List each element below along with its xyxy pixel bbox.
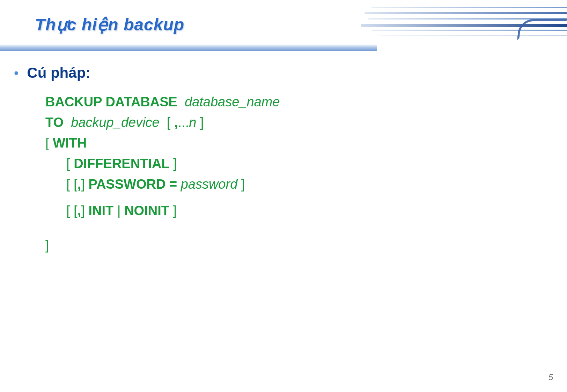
divider-bar xyxy=(0,45,377,51)
bracket-close: ] xyxy=(169,203,177,218)
kw-with: WITH xyxy=(53,136,87,150)
arg-password: password xyxy=(181,177,238,191)
wave-corner xyxy=(517,19,567,40)
kw-backup-database: BACKUP DATABASE xyxy=(45,95,177,109)
bracket-open: [ xyxy=(45,136,53,150)
sep-close: ] xyxy=(196,115,204,130)
kw-noinit: NOINIT xyxy=(124,203,169,218)
comma: , xyxy=(78,203,81,218)
bracket-close-partial: ] xyxy=(81,203,88,218)
wave-line xyxy=(371,7,567,8)
bracket-close-partial: ] xyxy=(81,177,88,191)
kw-to: TO xyxy=(45,115,64,130)
comma: , xyxy=(78,177,81,191)
arg-n: n xyxy=(189,115,196,130)
code-block: BACKUP DATABASE database_name TO backup_… xyxy=(45,92,553,256)
bracket-open: [ [ xyxy=(66,203,78,218)
bullet-item: • Cú pháp: xyxy=(14,65,553,81)
kw-password: PASSWORD = xyxy=(88,177,177,191)
sep-open: [ xyxy=(160,115,174,130)
content-area: • Cú pháp: BACKUP DATABASE database_name… xyxy=(14,65,553,256)
bullet-dot-icon: • xyxy=(14,67,19,80)
code-line-1: BACKUP DATABASE database_name xyxy=(45,92,553,112)
code-line-7: ] xyxy=(45,235,553,256)
arg-backup-device: backup_device xyxy=(71,115,160,130)
space xyxy=(177,177,181,191)
header-decoration xyxy=(358,0,567,49)
bracket-close: ] xyxy=(170,156,177,171)
page-number: 5 xyxy=(548,372,553,382)
code-line-2: TO backup_device [ ,...n ] xyxy=(45,112,553,133)
code-line-3: [ WITH xyxy=(45,133,553,153)
bracket-open: [ [ xyxy=(66,177,78,191)
kw-differential: DIFFERENTIAL xyxy=(74,156,169,171)
code-line-5: [ [,] PASSWORD = password ] xyxy=(45,174,553,195)
code-line-6: [ [,] INIT | NOINIT ] xyxy=(45,201,553,221)
comma: , xyxy=(174,115,178,130)
ellipsis: ... xyxy=(178,115,189,130)
bracket-close: ] xyxy=(237,177,245,191)
bullet-label: Cú pháp: xyxy=(27,65,90,81)
pipe: | xyxy=(113,203,124,218)
arg-database-name: database_name xyxy=(185,95,280,109)
bracket-close-final: ] xyxy=(45,238,49,252)
slide-title: Thực hiện backup xyxy=(35,15,184,34)
wave-line xyxy=(364,12,567,14)
bracket-open: [ xyxy=(66,156,74,171)
code-line-4: [ DIFFERENTIAL ] xyxy=(45,153,553,174)
kw-init: INIT xyxy=(88,203,113,218)
